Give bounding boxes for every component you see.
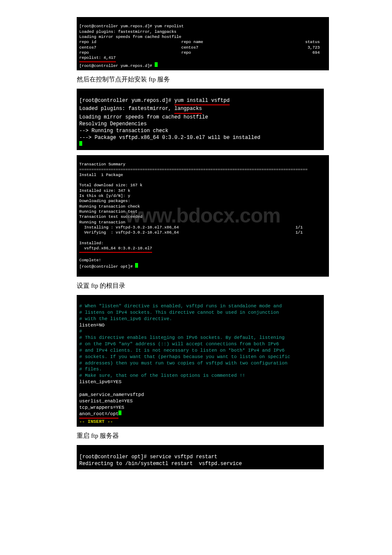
line: centos7 centos7 3,723 bbox=[79, 45, 320, 50]
document-page: [root@controller yum.repos.d]# yum repol… bbox=[0, 0, 392, 491]
line: Running transaction check bbox=[79, 204, 140, 209]
line: repo repo 694 bbox=[79, 50, 320, 55]
line: listen=NO bbox=[79, 323, 104, 328]
line-comment: # When "listen" directive is enabled, vs… bbox=[79, 304, 282, 309]
line: [root@controller yum.repos.d]# yum repol… bbox=[79, 24, 184, 29]
line: ========================================… bbox=[79, 167, 308, 172]
line: Total download size: 167 k bbox=[79, 183, 142, 188]
line-comment: # on the IPv6 "any" address (::) will ac… bbox=[79, 341, 279, 347]
cursor-icon bbox=[79, 141, 82, 146]
line: Verifying : vsftpd-3.0.2-10.el7.x86_64 1… bbox=[79, 230, 303, 235]
line: Loaded plugins: fastestmirror, langpacks bbox=[79, 29, 176, 34]
line: pam_service_name=vsftpd bbox=[79, 392, 144, 397]
line: Loaded plugins: fastestmirror, langpacks bbox=[79, 106, 202, 112]
paragraph-install-ftp: 然后在控制节点开始安装 ftp 服务 bbox=[77, 75, 324, 84]
line: [root@controller opt]# service vsftpd re… bbox=[79, 454, 217, 460]
line: Redirecting to /bin/systemctl restart vs… bbox=[79, 461, 242, 467]
line: Install 1 Package bbox=[79, 173, 123, 177]
paragraph-restart-ftp: 重启 ftp 服务器 bbox=[77, 432, 324, 440]
line-comment: # files. bbox=[79, 367, 102, 372]
line: Loading mirror speeds from cached hostfi… bbox=[79, 114, 208, 120]
line-comment: # listens on IPv4 sockets. This directiv… bbox=[79, 310, 279, 315]
line: listen_ipv6=YES bbox=[79, 379, 121, 384]
cursor-icon bbox=[155, 62, 158, 67]
line: Transaction test succeeded bbox=[79, 214, 142, 219]
line-comment: # Make sure, that one of the listen opti… bbox=[79, 373, 245, 378]
line: ---> Package vsftpd.x86_64 0:3.0.2-10.el… bbox=[79, 135, 260, 141]
line: Running transaction bbox=[79, 220, 125, 225]
vim-insert-mode: -- INSERT -- bbox=[79, 419, 113, 424]
cursor-icon bbox=[118, 410, 121, 415]
line: [root@controller opt]# bbox=[79, 264, 135, 269]
line-comment: # bbox=[79, 329, 82, 334]
terminal-repolist: [root@controller yum.repos.d]# yum repol… bbox=[77, 17, 329, 70]
line-comment: # and IPv4 clients. It is not necessary … bbox=[79, 348, 285, 353]
terminal-yum-install: [root@controller yum.repos.d]# yum insta… bbox=[77, 89, 324, 150]
line-comment: # sockets. If you want that (perhaps bec… bbox=[79, 354, 290, 359]
line-comment: # addresses) then you must run two copie… bbox=[79, 361, 287, 366]
terminal-transaction-summary: Transaction Summary ====================… bbox=[77, 155, 329, 277]
line: Resolving Dependencies bbox=[79, 121, 147, 127]
line: Installed: bbox=[79, 241, 104, 246]
paragraph-set-ftp-root: 设置 ftp 的根目录 bbox=[77, 282, 324, 290]
line: [root@controller yum.repos.d]# bbox=[79, 64, 155, 68]
line: repo id repo name status bbox=[79, 40, 320, 44]
cursor-icon bbox=[135, 263, 138, 268]
line: Loading mirror speeds from cached hostfi… bbox=[79, 35, 181, 39]
line: tcp_wrappers=YES bbox=[79, 405, 124, 410]
line: Installed size: 347 k bbox=[79, 188, 130, 193]
line-comment: # with the listen_ipv6 directive. bbox=[79, 316, 172, 321]
line: Is this ok [y/d/N]: y bbox=[79, 194, 130, 198]
line: vsftpd.x86_64 0:3.0.2-10.el7 bbox=[79, 246, 152, 251]
line-comment: # This directive enables listening on IP… bbox=[79, 335, 285, 340]
line: [root@controller yum.repos.d]# yum insta… bbox=[79, 98, 230, 104]
line: Complete! bbox=[79, 258, 101, 263]
terminal-vsftpd-conf: # When "listen" directive is enabled, vs… bbox=[77, 295, 324, 427]
line: Installing : vsftpd-3.0.2-10.el7.x86_64 … bbox=[79, 225, 303, 230]
line: --> Running transaction check bbox=[79, 128, 168, 134]
line: userlist_enable=YES bbox=[79, 399, 133, 404]
line-anon-root: anon_root=/opt bbox=[79, 411, 121, 416]
line-repolist-total: repolist: 4,417 bbox=[79, 55, 116, 62]
line: Transaction Summary bbox=[79, 162, 125, 167]
line: Downloading packages: bbox=[79, 199, 130, 203]
terminal-service-restart: [root@controller opt]# service vsftpd re… bbox=[77, 445, 324, 469]
line: Running transaction test bbox=[79, 209, 138, 214]
